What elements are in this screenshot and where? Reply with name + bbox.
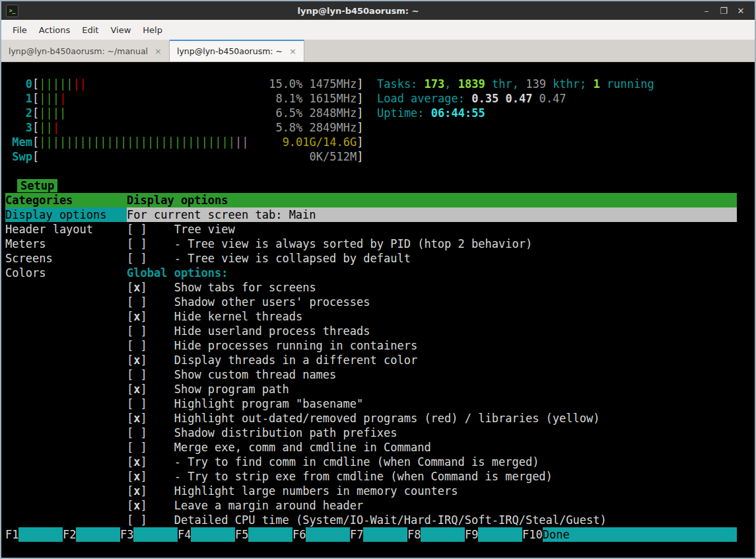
cpu1-label: 1 <box>5 91 32 106</box>
option-row-show-tabs[interactable]: [x]Show tabs for screens <box>5 280 755 295</box>
function-key-bar: F1F2F3F4F5F6F7F8F9F10Done <box>5 527 755 542</box>
option-row-highlight-large-numbers[interactable]: [x]Highlight large numbers in memory cou… <box>5 484 755 498</box>
checkbox[interactable]: [x] <box>127 383 147 396</box>
option-row-hide-container-processes[interactable]: [ ]Hide processes running in containers <box>5 338 755 353</box>
option-label: Highlight program "basename" <box>174 397 364 410</box>
option-label: Show custom thread names <box>174 368 337 381</box>
screen-tab-line[interactable]: For current screen tab: Main <box>127 207 737 222</box>
checkbox[interactable]: [x] <box>127 484 147 498</box>
tab-home-active[interactable]: lynp@lyn-b450aorusm: ~× <box>170 40 304 61</box>
option-row-hide-kernel-threads[interactable]: [x]Hide kernel threads <box>5 309 755 324</box>
fnkey-f9[interactable]: F9 <box>465 527 522 542</box>
category-display-options[interactable]: Display options <box>5 207 127 222</box>
checkbox-mark: x <box>133 309 140 324</box>
bracket: [ <box>32 77 39 91</box>
checkbox[interactable]: [x] <box>127 310 147 323</box>
option-label: Detailed CPU time (System/IO-Wait/Hard-I… <box>174 513 607 527</box>
checkbox[interactable]: [ ] <box>127 513 147 527</box>
option-row-custom-thread-names[interactable]: [ ]Show custom thread names <box>5 367 755 382</box>
fnkey-f5[interactable]: F5 <box>235 527 292 542</box>
bracket: [ <box>32 106 39 120</box>
category-meters[interactable]: Meters <box>5 237 127 251</box>
cpu-bar-kernel: || <box>73 77 86 91</box>
checkbox[interactable]: [x] <box>127 499 147 512</box>
option-label: Merge exe, comm and cmdline in Command <box>174 441 431 454</box>
option-row-show-program-path[interactable]: [x]Show program path <box>5 382 755 396</box>
option-row-hide-userland-threads[interactable]: [ ]Hide userland process threads <box>5 324 755 338</box>
category-colors[interactable]: Colors <box>5 266 127 280</box>
checkbox[interactable]: [ ] <box>127 252 147 265</box>
fnkey-f3[interactable]: F3 <box>120 527 178 542</box>
checkbox[interactable]: [ ] <box>127 368 147 381</box>
option-row-display-threads-color[interactable]: [x]Display threads in a different color <box>5 353 755 367</box>
option-row-strip-exe[interactable]: [x]- Try to strip exe from cmdline (when… <box>5 469 755 484</box>
fnkey-f2[interactable]: F2 <box>63 527 120 542</box>
option-row-highlight-outdated[interactable]: [x]Highlight out-dated/removed programs … <box>5 411 755 426</box>
bracket: ] <box>357 150 363 163</box>
checkbox[interactable]: [ ] <box>127 295 147 309</box>
checkbox[interactable]: [x] <box>127 470 147 483</box>
fnkey-f4[interactable]: F4 <box>178 527 235 542</box>
fnkey-f8[interactable]: F8 <box>407 527 465 542</box>
htop-setup-screen: 0[|||||||15.0% 1475MHz]Tasks: 173, 1839 … <box>1 62 755 558</box>
menu-actions[interactable]: Actions <box>33 23 77 37</box>
checkbox[interactable]: [ ] <box>127 223 147 236</box>
tab-close-icon[interactable]: × <box>155 46 162 56</box>
menu-edit[interactable]: Edit <box>76 23 104 37</box>
fnkey-f10-done[interactable]: F10Done <box>522 527 737 542</box>
close-icon[interactable]: ✕ <box>732 6 749 16</box>
fnkey-f6[interactable]: F6 <box>292 527 350 542</box>
category-header-layout[interactable]: Header layout <box>5 222 127 237</box>
option-row-find-comm[interactable]: [x]- Try to find comm in cmdline (when C… <box>5 455 755 469</box>
checkbox-mark <box>133 367 140 382</box>
checkbox[interactable]: [x] <box>127 281 147 294</box>
checkbox[interactable]: [ ] <box>127 426 147 439</box>
checkbox[interactable]: [ ] <box>127 397 147 410</box>
checkbox[interactable]: [x] <box>127 412 147 425</box>
option-label: Leave a margin around header <box>174 499 364 512</box>
checkbox[interactable]: [x] <box>127 455 147 468</box>
option-row-shadow-users[interactable]: [ ]Shadow other users' processes <box>5 295 755 309</box>
option-label: - Tree view is always sorted by PID (hto… <box>174 237 532 250</box>
menu-help[interactable]: Help <box>137 23 168 37</box>
option-row-tree-collapsed[interactable]: Screens[ ]- Tree view is collapsed by de… <box>5 251 755 266</box>
titlebar[interactable]: >_ lynp@lyn-b450aorusm: ~ –❐✕ <box>1 1 755 20</box>
option-row-detailed-cpu-time[interactable]: [ ]Detailed CPU time (System/IO-Wait/Har… <box>5 513 755 527</box>
checkbox[interactable]: [ ] <box>127 441 147 454</box>
option-row-highlight-basename[interactable]: [ ]Highlight program "basename" <box>5 396 755 411</box>
menu-view[interactable]: View <box>104 23 137 37</box>
option-row-tree-sorted[interactable]: Meters[ ]- Tree view is always sorted by… <box>5 237 755 251</box>
categories-header: Categories <box>5 193 127 207</box>
tab-close-icon[interactable]: × <box>289 46 296 56</box>
cpu0-meter-row: 0[|||||||15.0% 1475MHz]Tasks: 173, 1839 … <box>5 77 755 91</box>
category-screens[interactable]: Screens <box>5 251 127 266</box>
load-average-stat: Load average: 0.35 0.47 0.47 <box>377 92 567 105</box>
option-label: - Try to strip exe from cmdline (when Co… <box>174 470 553 483</box>
option-row-margin-around-header[interactable]: [x]Leave a margin around header <box>5 498 755 513</box>
maximize-icon[interactable]: ❐ <box>715 6 732 16</box>
option-row-tree-view[interactable]: Header layout[ ]Tree view <box>5 222 755 237</box>
fnkey-f1[interactable]: F1 <box>5 527 63 542</box>
option-row-shadow-path-prefixes[interactable]: [ ]Shadow distribution path prefixes <box>5 426 755 440</box>
checkbox[interactable]: [x] <box>127 354 147 367</box>
checkbox[interactable]: [ ] <box>127 339 147 352</box>
bracket: ] <box>357 92 363 105</box>
checkbox-mark: x <box>133 484 140 498</box>
option-label: Shadow distribution path prefixes <box>174 426 397 439</box>
checkbox-mark <box>133 426 140 440</box>
option-row-merge-exe-comm[interactable]: [ ]Merge exe, comm and cmdline in Comman… <box>5 440 755 455</box>
cpu1-bar: ||||8.1% 1615MHz <box>39 91 357 106</box>
menu-file[interactable]: File <box>7 23 33 37</box>
tab-label: lynp@lyn-b450aorusm: ~ <box>177 46 283 56</box>
checkbox[interactable]: [ ] <box>127 324 147 338</box>
setup-title: Setup <box>17 179 57 192</box>
option-label: Display threads in a different color <box>174 354 417 367</box>
tab-manual[interactable]: lynp@lyn-b450aorusm: ~/manual× <box>1 40 170 61</box>
menu-bar: FileActionsEditViewHelp <box>1 20 755 40</box>
mem-bar-shared: || <box>235 135 248 149</box>
fnkey-f7[interactable]: F7 <box>350 527 407 542</box>
minimize-icon[interactable]: – <box>698 6 715 16</box>
option-label: Show program path <box>174 383 289 396</box>
checkbox[interactable]: [ ] <box>127 237 147 250</box>
cpu-bar-normal: || <box>39 120 52 135</box>
